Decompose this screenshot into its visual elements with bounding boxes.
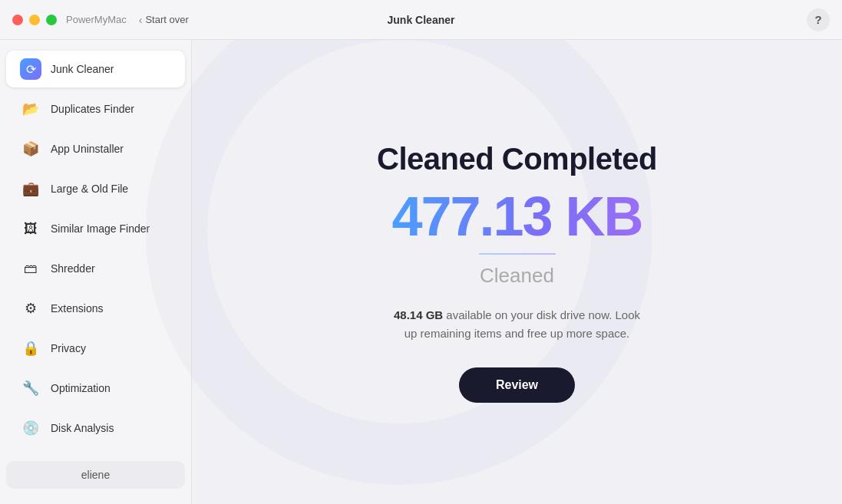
sidebar-item-shredder[interactable]: 🗃 Shredder <box>6 250 185 287</box>
sidebar-item-disk-analysis[interactable]: 💿 Disk Analysis <box>6 410 185 446</box>
sidebar-item-label: App Uninstaller <box>51 143 124 155</box>
sidebar-item-extensions[interactable]: ⚙ Extensions <box>6 290 185 327</box>
close-button[interactable] <box>12 15 23 25</box>
junk-cleaner-icon: ⟳ <box>20 58 41 80</box>
cleaned-title: Cleaned Completed <box>377 142 657 176</box>
sidebar-item-label: Privacy <box>51 342 86 354</box>
disk-info: 48.14 GB available on your disk drive no… <box>387 306 648 343</box>
start-over-label: Start over <box>145 14 188 25</box>
result-card: Cleaned Completed 477.13 KB Cleaned 48.1… <box>377 142 657 403</box>
sidebar-item-label: Disk Analysis <box>51 422 114 434</box>
sidebar-item-label: Large & Old File <box>51 183 128 195</box>
sidebar-item-privacy[interactable]: 🔒 Privacy <box>6 330 185 367</box>
optimization-icon: 🔧 <box>20 377 41 399</box>
sidebar-item-app-uninstaller[interactable]: 📦 App Uninstaller <box>6 130 185 167</box>
sidebar-item-label: Junk Cleaner <box>51 63 114 75</box>
disk-available: 48.14 GB <box>394 308 443 321</box>
minimize-button[interactable] <box>29 15 40 25</box>
extensions-icon: ⚙ <box>20 298 41 319</box>
sidebar-item-large-old-file[interactable]: 💼 Large & Old File <box>6 170 185 207</box>
help-icon: ? <box>814 13 821 26</box>
sidebar-item-label: Optimization <box>51 382 111 394</box>
privacy-icon: 🔒 <box>20 338 41 359</box>
fullscreen-button <box>46 15 57 25</box>
app-name: PowerMyMac <box>66 14 127 25</box>
review-button[interactable]: Review <box>459 367 575 403</box>
chevron-left-icon: ‹ <box>139 14 143 26</box>
content-area: Cleaned Completed 477.13 KB Cleaned 48.1… <box>192 40 842 504</box>
cleaned-label: Cleaned <box>480 264 554 288</box>
divider <box>479 253 556 255</box>
large-old-file-icon: 💼 <box>20 178 41 199</box>
sidebar-item-label: Extensions <box>51 302 103 315</box>
disk-analysis-icon: 💿 <box>20 417 41 439</box>
titlebar: PowerMyMac ‹ Start over Junk Cleaner ? <box>0 0 842 40</box>
app-uninstaller-icon: 📦 <box>20 138 41 160</box>
sidebar-item-label: Similar Image Finder <box>51 222 150 235</box>
sidebar-item-label: Shredder <box>51 262 95 275</box>
help-button[interactable]: ? <box>807 8 830 31</box>
sidebar-item-optimization[interactable]: 🔧 Optimization <box>6 370 185 407</box>
user-label[interactable]: eliene <box>6 461 185 489</box>
start-over-button[interactable]: ‹ Start over <box>139 14 189 26</box>
duplicates-finder-icon: 📂 <box>20 98 41 120</box>
sidebar-item-label: Duplicates Finder <box>51 103 134 115</box>
traffic-lights <box>12 15 57 25</box>
main-layout: ⟳ Junk Cleaner 📂 Duplicates Finder 📦 App… <box>0 40 842 504</box>
window-title: Junk Cleaner <box>388 14 455 26</box>
sidebar-item-duplicates-finder[interactable]: 📂 Duplicates Finder <box>6 91 185 127</box>
sidebar-item-similar-image-finder[interactable]: 🖼 Similar Image Finder <box>6 210 185 247</box>
sidebar-spacer <box>0 448 191 455</box>
shredder-icon: 🗃 <box>20 258 41 279</box>
sidebar: ⟳ Junk Cleaner 📂 Duplicates Finder 📦 App… <box>0 40 192 504</box>
cleaned-amount: 477.13 KB <box>391 189 642 244</box>
similar-image-finder-icon: 🖼 <box>20 218 41 239</box>
sidebar-item-junk-cleaner[interactable]: ⟳ Junk Cleaner <box>6 51 185 87</box>
